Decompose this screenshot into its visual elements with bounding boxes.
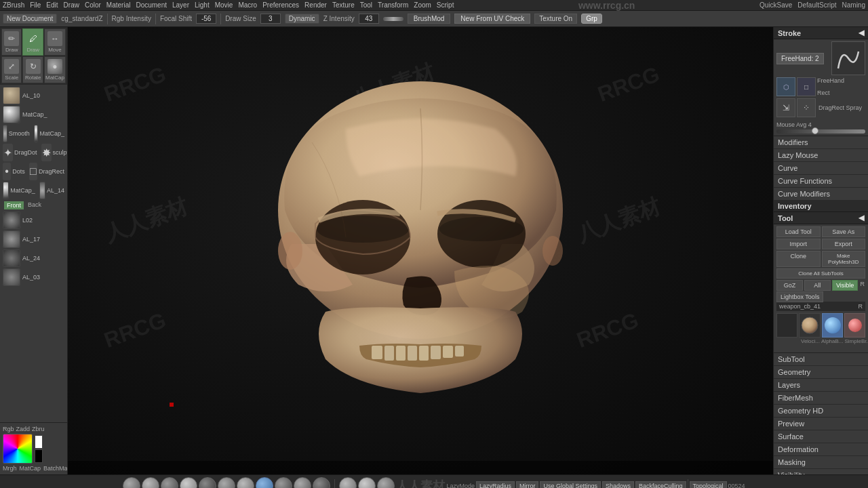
make-polymesh-button[interactable]: Make PolyMesh3D	[822, 251, 866, 267]
clone-all-subtools-button[interactable]: Clone All SubTools	[776, 268, 865, 279]
focal-shift-value[interactable]: -56	[196, 14, 216, 24]
list-item[interactable]: MatCap_	[1, 105, 66, 124]
clone-button[interactable]: Clone	[776, 251, 821, 267]
menu-item-texture[interactable]: Texture	[332, 1, 355, 9]
al14-icon[interactable]	[39, 182, 45, 199]
curve-modifiers-item[interactable]: Curve Modifiers	[774, 188, 868, 201]
draw-tool-button[interactable]: ✏ Draw	[1, 28, 22, 56]
use-global-settings-button[interactable]: Use Global Settings	[540, 481, 601, 488]
mouse-avg-slider[interactable]	[776, 129, 865, 134]
menu-item-color[interactable]: Color	[85, 1, 101, 9]
shadows-button[interactable]: Shadows	[602, 481, 634, 488]
draw-size-value[interactable]: 3	[260, 14, 281, 24]
dots-icon[interactable]: •	[3, 163, 11, 180]
move-tool-button[interactable]: ↔ Move	[44, 28, 66, 56]
eraser-tool-thumb[interactable]	[844, 313, 865, 338]
menu-item-edit[interactable]: Edit	[46, 1, 58, 9]
weapon-tool-thumb[interactable]	[799, 313, 821, 338]
list-item[interactable]: AL_10	[1, 86, 66, 105]
scale-tool-button[interactable]: ⤢ Scale	[1, 56, 22, 83]
menu-item-draw[interactable]: Draw	[64, 1, 79, 9]
dragrect-icon[interactable]: □	[29, 163, 37, 180]
layers-item[interactable]: Layers	[774, 379, 868, 392]
cg-stand-circle[interactable]	[142, 477, 159, 488]
cg-stand2-circle[interactable]	[256, 477, 273, 488]
texture-on-button[interactable]: Texture On	[534, 14, 577, 24]
menu-item-tool[interactable]: Tool	[360, 1, 372, 9]
cg-dam-circle[interactable]	[313, 477, 330, 488]
front-button[interactable]: Front	[4, 201, 24, 209]
lazyradius-button[interactable]: LazyRadius	[476, 481, 515, 488]
white-swatch[interactable]	[35, 435, 43, 449]
goz-button[interactable]: GoZ	[776, 280, 803, 291]
cg-build-circle[interactable]	[123, 477, 140, 488]
menu-item-zoom[interactable]: Zoom	[414, 1, 431, 9]
list-item[interactable]: AL_24	[1, 249, 66, 268]
rect-icon[interactable]: □	[797, 77, 816, 96]
surface-item[interactable]: Surface	[774, 430, 868, 443]
cg-ptech-circle[interactable]	[275, 477, 292, 488]
dynamic-button[interactable]: Dynamic	[285, 14, 319, 24]
stroke-collapse-icon[interactable]: ◀	[859, 28, 864, 37]
topological-button[interactable]: Topological	[690, 481, 727, 488]
curve-item[interactable]: Curve	[774, 162, 868, 175]
active-tool-thumb[interactable]	[822, 313, 843, 338]
from-uv-button[interactable]: New From UV Check	[454, 14, 530, 24]
cg-flatte-circle[interactable]	[339, 477, 357, 488]
spray-icon[interactable]	[34, 125, 39, 142]
cg-inflate-circle[interactable]	[161, 477, 178, 488]
menu-item-material[interactable]: Material	[106, 1, 131, 9]
naming-label[interactable]: Naming	[842, 1, 865, 9]
lightbox-tools-button[interactable]: Lightbox Tools	[776, 291, 823, 302]
preview-item[interactable]: Preview	[774, 418, 868, 430]
backface-culling-button[interactable]: BackfaceCulling	[635, 481, 686, 488]
z-intensity-value[interactable]: 43	[359, 14, 379, 24]
stroke-type-button[interactable]: FreeHand: 2	[776, 53, 824, 64]
color-picker[interactable]	[3, 434, 33, 464]
curve-functions-item[interactable]: Curve Functions	[774, 175, 868, 188]
empty-tool-thumb[interactable]	[776, 313, 797, 338]
defaultscript-label[interactable]: DefaultScript	[797, 1, 836, 9]
menu-item-movie[interactable]: Movie	[215, 1, 233, 9]
masking-item[interactable]: Masking	[774, 456, 868, 469]
menu-item-transform[interactable]: Transform	[378, 1, 408, 9]
menu-item-document[interactable]: Document	[136, 1, 167, 9]
menu-item-script[interactable]: Script	[437, 1, 454, 9]
dragdot-icon[interactable]: ✦	[3, 144, 13, 161]
menu-item-render[interactable]: Render	[304, 1, 327, 9]
cg-dash-circle[interactable]	[294, 477, 311, 488]
cg-pincer-circle[interactable]	[218, 477, 235, 488]
quicksave-label[interactable]: QuickSave	[760, 1, 792, 9]
cg-crack-circle[interactable]	[237, 477, 254, 488]
clay-circle[interactable]	[199, 477, 216, 488]
geometry-item[interactable]: Geometry	[774, 366, 868, 379]
brushmod-button[interactable]: BrushMod	[408, 14, 451, 24]
smooth-icon[interactable]	[3, 125, 7, 142]
trimadap-circle[interactable]	[358, 477, 376, 488]
visibility-item[interactable]: Visibility	[774, 469, 868, 474]
stroke-freehand-preview[interactable]	[831, 41, 865, 75]
mirror-button[interactable]: Mirror	[516, 481, 539, 488]
sculptmat-icon[interactable]: ✸	[41, 144, 52, 161]
load-tool-button[interactable]: Load Tool	[776, 226, 821, 237]
visible-button[interactable]: Visible	[832, 280, 859, 291]
list-item[interactable]: L02	[1, 211, 66, 230]
app-logo[interactable]: ZBrush	[3, 1, 24, 9]
lazy-mouse-item[interactable]: Lazy Mouse	[774, 149, 868, 162]
deformation-item[interactable]: Deformation	[774, 443, 868, 456]
main-viewport[interactable]: RRCG 八人素材 RRCG 人人素材 RRCG 八人素材 RRCG 人人素材 …	[68, 27, 773, 474]
list-item[interactable]: AL_03	[1, 268, 66, 287]
import-button[interactable]: Import	[776, 239, 821, 249]
matcap-tool-button[interactable]: ● MatCap	[44, 56, 66, 83]
spray-stroke-icon[interactable]: ⁘	[797, 98, 816, 117]
new-document-button[interactable]: New Document	[3, 14, 57, 24]
menu-item-macro[interactable]: Macro	[238, 1, 257, 9]
list-item[interactable]: AL_17	[1, 230, 66, 249]
export-button[interactable]: Export	[822, 239, 866, 249]
menu-item-preferences[interactable]: Preferences	[262, 1, 299, 9]
matcap3-icon[interactable]	[3, 182, 9, 199]
subtool-item[interactable]: SubTool	[774, 353, 868, 366]
all-button[interactable]: All	[804, 280, 831, 291]
wrap-circle[interactable]	[180, 477, 197, 488]
grp-button[interactable]: Grp	[581, 14, 602, 24]
